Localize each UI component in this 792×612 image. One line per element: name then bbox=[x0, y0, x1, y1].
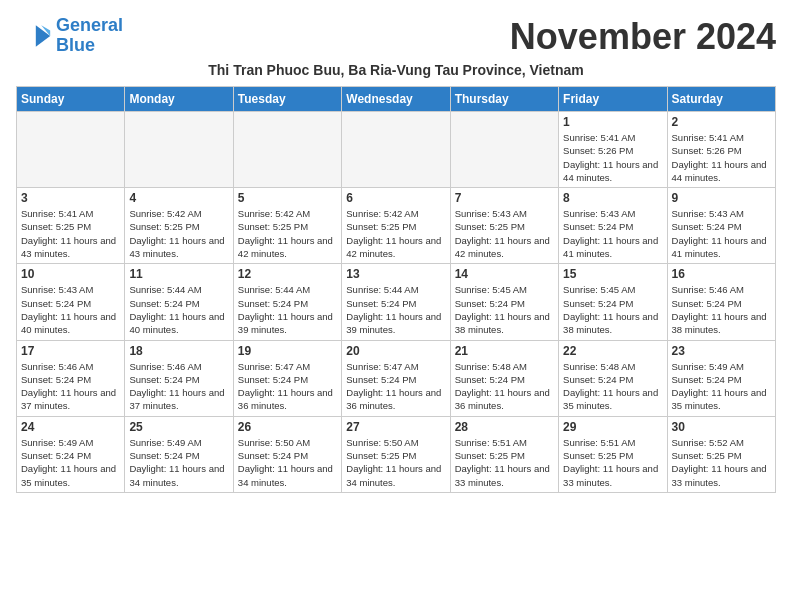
calendar-cell: 5Sunrise: 5:42 AM Sunset: 5:25 PM Daylig… bbox=[233, 188, 341, 264]
calendar-cell: 22Sunrise: 5:48 AM Sunset: 5:24 PM Dayli… bbox=[559, 340, 667, 416]
day-number: 15 bbox=[563, 267, 662, 281]
day-info: Sunrise: 5:46 AM Sunset: 5:24 PM Dayligh… bbox=[129, 360, 228, 413]
day-info: Sunrise: 5:41 AM Sunset: 5:26 PM Dayligh… bbox=[672, 131, 771, 184]
calendar-cell: 4Sunrise: 5:42 AM Sunset: 5:25 PM Daylig… bbox=[125, 188, 233, 264]
logo-line1: General bbox=[56, 15, 123, 35]
day-number: 4 bbox=[129, 191, 228, 205]
day-number: 17 bbox=[21, 344, 120, 358]
day-number: 6 bbox=[346, 191, 445, 205]
calendar-header-monday: Monday bbox=[125, 87, 233, 112]
calendar-cell: 20Sunrise: 5:47 AM Sunset: 5:24 PM Dayli… bbox=[342, 340, 450, 416]
day-info: Sunrise: 5:46 AM Sunset: 5:24 PM Dayligh… bbox=[21, 360, 120, 413]
calendar-week-3: 10Sunrise: 5:43 AM Sunset: 5:24 PM Dayli… bbox=[17, 264, 776, 340]
calendar-week-5: 24Sunrise: 5:49 AM Sunset: 5:24 PM Dayli… bbox=[17, 416, 776, 492]
day-number: 11 bbox=[129, 267, 228, 281]
day-info: Sunrise: 5:45 AM Sunset: 5:24 PM Dayligh… bbox=[455, 283, 554, 336]
day-number: 20 bbox=[346, 344, 445, 358]
day-number: 7 bbox=[455, 191, 554, 205]
calendar-cell: 16Sunrise: 5:46 AM Sunset: 5:24 PM Dayli… bbox=[667, 264, 775, 340]
calendar-cell bbox=[342, 112, 450, 188]
calendar-cell: 18Sunrise: 5:46 AM Sunset: 5:24 PM Dayli… bbox=[125, 340, 233, 416]
day-info: Sunrise: 5:44 AM Sunset: 5:24 PM Dayligh… bbox=[346, 283, 445, 336]
calendar-cell: 6Sunrise: 5:42 AM Sunset: 5:25 PM Daylig… bbox=[342, 188, 450, 264]
calendar-cell: 29Sunrise: 5:51 AM Sunset: 5:25 PM Dayli… bbox=[559, 416, 667, 492]
day-info: Sunrise: 5:49 AM Sunset: 5:24 PM Dayligh… bbox=[129, 436, 228, 489]
day-number: 8 bbox=[563, 191, 662, 205]
calendar-cell: 24Sunrise: 5:49 AM Sunset: 5:24 PM Dayli… bbox=[17, 416, 125, 492]
day-number: 24 bbox=[21, 420, 120, 434]
calendar-cell: 10Sunrise: 5:43 AM Sunset: 5:24 PM Dayli… bbox=[17, 264, 125, 340]
calendar-cell: 17Sunrise: 5:46 AM Sunset: 5:24 PM Dayli… bbox=[17, 340, 125, 416]
day-info: Sunrise: 5:48 AM Sunset: 5:24 PM Dayligh… bbox=[563, 360, 662, 413]
calendar-cell: 9Sunrise: 5:43 AM Sunset: 5:24 PM Daylig… bbox=[667, 188, 775, 264]
calendar-cell bbox=[125, 112, 233, 188]
calendar-cell bbox=[450, 112, 558, 188]
day-number: 26 bbox=[238, 420, 337, 434]
calendar-header-saturday: Saturday bbox=[667, 87, 775, 112]
day-info: Sunrise: 5:49 AM Sunset: 5:24 PM Dayligh… bbox=[672, 360, 771, 413]
calendar-cell: 23Sunrise: 5:49 AM Sunset: 5:24 PM Dayli… bbox=[667, 340, 775, 416]
calendar: SundayMondayTuesdayWednesdayThursdayFrid… bbox=[16, 86, 776, 493]
calendar-cell: 28Sunrise: 5:51 AM Sunset: 5:25 PM Dayli… bbox=[450, 416, 558, 492]
calendar-cell: 12Sunrise: 5:44 AM Sunset: 5:24 PM Dayli… bbox=[233, 264, 341, 340]
day-info: Sunrise: 5:43 AM Sunset: 5:24 PM Dayligh… bbox=[563, 207, 662, 260]
logo-line2: Blue bbox=[56, 35, 95, 55]
calendar-header-friday: Friday bbox=[559, 87, 667, 112]
day-info: Sunrise: 5:42 AM Sunset: 5:25 PM Dayligh… bbox=[238, 207, 337, 260]
day-number: 12 bbox=[238, 267, 337, 281]
day-number: 19 bbox=[238, 344, 337, 358]
month-title: November 2024 bbox=[510, 16, 776, 58]
day-info: Sunrise: 5:45 AM Sunset: 5:24 PM Dayligh… bbox=[563, 283, 662, 336]
day-info: Sunrise: 5:42 AM Sunset: 5:25 PM Dayligh… bbox=[129, 207, 228, 260]
calendar-cell: 7Sunrise: 5:43 AM Sunset: 5:25 PM Daylig… bbox=[450, 188, 558, 264]
day-info: Sunrise: 5:51 AM Sunset: 5:25 PM Dayligh… bbox=[455, 436, 554, 489]
day-number: 27 bbox=[346, 420, 445, 434]
calendar-cell: 30Sunrise: 5:52 AM Sunset: 5:25 PM Dayli… bbox=[667, 416, 775, 492]
day-info: Sunrise: 5:43 AM Sunset: 5:24 PM Dayligh… bbox=[21, 283, 120, 336]
calendar-cell: 21Sunrise: 5:48 AM Sunset: 5:24 PM Dayli… bbox=[450, 340, 558, 416]
calendar-header-row: SundayMondayTuesdayWednesdayThursdayFrid… bbox=[17, 87, 776, 112]
day-info: Sunrise: 5:44 AM Sunset: 5:24 PM Dayligh… bbox=[238, 283, 337, 336]
calendar-cell: 15Sunrise: 5:45 AM Sunset: 5:24 PM Dayli… bbox=[559, 264, 667, 340]
calendar-cell: 11Sunrise: 5:44 AM Sunset: 5:24 PM Dayli… bbox=[125, 264, 233, 340]
calendar-header-thursday: Thursday bbox=[450, 87, 558, 112]
day-number: 29 bbox=[563, 420, 662, 434]
day-number: 22 bbox=[563, 344, 662, 358]
day-number: 10 bbox=[21, 267, 120, 281]
calendar-header-wednesday: Wednesday bbox=[342, 87, 450, 112]
day-number: 5 bbox=[238, 191, 337, 205]
calendar-week-2: 3Sunrise: 5:41 AM Sunset: 5:25 PM Daylig… bbox=[17, 188, 776, 264]
day-info: Sunrise: 5:42 AM Sunset: 5:25 PM Dayligh… bbox=[346, 207, 445, 260]
day-info: Sunrise: 5:47 AM Sunset: 5:24 PM Dayligh… bbox=[238, 360, 337, 413]
day-number: 21 bbox=[455, 344, 554, 358]
day-info: Sunrise: 5:41 AM Sunset: 5:25 PM Dayligh… bbox=[21, 207, 120, 260]
day-number: 18 bbox=[129, 344, 228, 358]
header: General Blue November 2024 bbox=[16, 16, 776, 58]
calendar-week-4: 17Sunrise: 5:46 AM Sunset: 5:24 PM Dayli… bbox=[17, 340, 776, 416]
calendar-header-tuesday: Tuesday bbox=[233, 87, 341, 112]
logo-icon bbox=[16, 18, 52, 54]
calendar-cell: 2Sunrise: 5:41 AM Sunset: 5:26 PM Daylig… bbox=[667, 112, 775, 188]
day-info: Sunrise: 5:44 AM Sunset: 5:24 PM Dayligh… bbox=[129, 283, 228, 336]
day-number: 28 bbox=[455, 420, 554, 434]
day-number: 23 bbox=[672, 344, 771, 358]
day-number: 9 bbox=[672, 191, 771, 205]
day-info: Sunrise: 5:43 AM Sunset: 5:24 PM Dayligh… bbox=[672, 207, 771, 260]
day-number: 13 bbox=[346, 267, 445, 281]
day-number: 25 bbox=[129, 420, 228, 434]
day-info: Sunrise: 5:49 AM Sunset: 5:24 PM Dayligh… bbox=[21, 436, 120, 489]
calendar-cell: 27Sunrise: 5:50 AM Sunset: 5:25 PM Dayli… bbox=[342, 416, 450, 492]
day-info: Sunrise: 5:41 AM Sunset: 5:26 PM Dayligh… bbox=[563, 131, 662, 184]
day-info: Sunrise: 5:50 AM Sunset: 5:25 PM Dayligh… bbox=[346, 436, 445, 489]
day-info: Sunrise: 5:50 AM Sunset: 5:24 PM Dayligh… bbox=[238, 436, 337, 489]
day-info: Sunrise: 5:52 AM Sunset: 5:25 PM Dayligh… bbox=[672, 436, 771, 489]
logo: General Blue bbox=[16, 16, 123, 56]
day-number: 3 bbox=[21, 191, 120, 205]
day-number: 16 bbox=[672, 267, 771, 281]
day-info: Sunrise: 5:46 AM Sunset: 5:24 PM Dayligh… bbox=[672, 283, 771, 336]
calendar-cell: 19Sunrise: 5:47 AM Sunset: 5:24 PM Dayli… bbox=[233, 340, 341, 416]
day-info: Sunrise: 5:51 AM Sunset: 5:25 PM Dayligh… bbox=[563, 436, 662, 489]
day-number: 14 bbox=[455, 267, 554, 281]
calendar-cell: 26Sunrise: 5:50 AM Sunset: 5:24 PM Dayli… bbox=[233, 416, 341, 492]
calendar-cell bbox=[233, 112, 341, 188]
